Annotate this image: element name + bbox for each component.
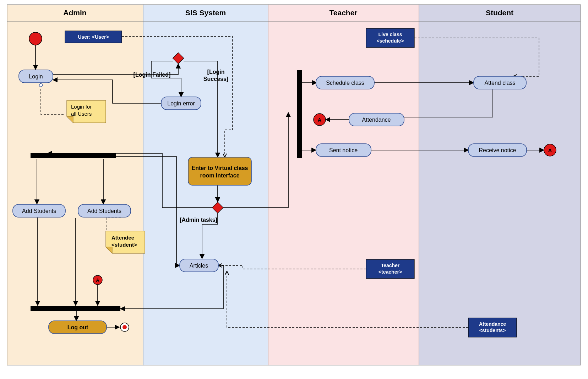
io-teacher-l1: Teacher: [381, 263, 400, 268]
activity-enter-vc-label-l1: Enter to Virtual class: [192, 165, 248, 171]
io-attendance-l2: <students>: [479, 328, 506, 333]
activity-articles-label: Articles: [190, 263, 208, 269]
activity-add-students-1-label: Add Students: [22, 208, 56, 214]
guard-login-failed: [Login Failed]: [134, 72, 171, 78]
note-attendee: Attendee <student>: [106, 231, 145, 253]
initial-node-icon: [29, 32, 42, 45]
activity-login-label: Login: [29, 73, 43, 79]
svg-point-6: [123, 325, 127, 329]
final-node-icon: [120, 323, 129, 331]
note-attendee-l1: Attendee: [111, 235, 134, 241]
activity-schedule-class-label: Schedule class: [326, 80, 364, 86]
io-user-label: User: <User>: [78, 34, 109, 40]
svg-rect-3: [419, 5, 581, 365]
guard-admin-tasks: [Admin tasks]: [180, 217, 217, 223]
activity-login-error-label: Login error: [167, 100, 195, 106]
io-live-class-l2: <schedule>: [376, 38, 404, 44]
note-login-l2: all Users: [71, 111, 92, 117]
connector-a-3-label: A: [548, 147, 552, 153]
fork-bar-teacher: [297, 70, 302, 158]
activity-enter-vc: [188, 157, 251, 185]
activity-add-students-2-label: Add Students: [87, 208, 121, 214]
connector-a-1-label: A: [96, 278, 99, 283]
activity-attend-class-label: Attend class: [484, 80, 515, 86]
connector-a-2-label: A: [318, 117, 322, 123]
fork-bar-admin: [31, 153, 116, 158]
activity-log-out-label: Log out: [67, 324, 88, 330]
svg-rect-2: [268, 5, 419, 365]
io-live-class-l1: Live class: [379, 32, 402, 37]
pin-icon: [39, 84, 43, 87]
join-bar-admin: [31, 306, 120, 311]
activity-enter-vc-label-l2: room interface: [200, 172, 239, 178]
io-teacher-l2: <teacher>: [379, 269, 402, 275]
lane-admin-label: Admin: [63, 9, 86, 17]
activity-receive-notice-label: Receive notice: [479, 147, 516, 153]
lane-teacher-label: Teacher: [330, 9, 358, 17]
lane-student-label: Student: [486, 9, 513, 17]
guard-login-success-l1: [Login: [207, 69, 225, 75]
lane-sis-label: SIS System: [185, 9, 226, 17]
note-login-l1: Login for: [71, 104, 92, 110]
guard-login-success-l2: Success]: [203, 76, 228, 82]
activity-attendance-label: Attendance: [362, 117, 391, 123]
io-attendance-l1: Attendance: [479, 321, 506, 327]
activity-sent-notice-label: Sent notice: [329, 147, 358, 153]
activity-diagram: Admin SIS System Teacher Student: [0, 0, 588, 379]
note-attendee-l2: <student>: [111, 242, 137, 248]
note-login: Login for all Users: [67, 100, 106, 123]
